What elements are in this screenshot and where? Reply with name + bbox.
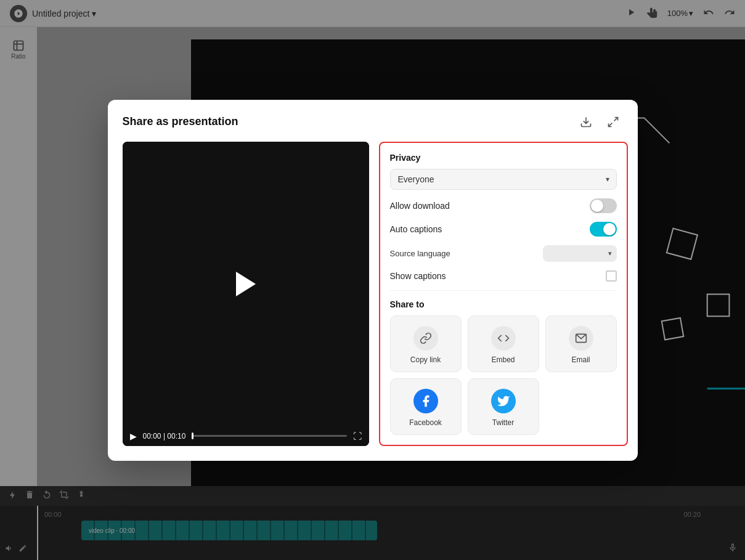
auto-captions-row: Auto captions: [390, 222, 617, 237]
vc-progress-bar[interactable]: [192, 435, 346, 437]
email-label: Email: [571, 355, 590, 364]
video-controls: ▶ 00:00 | 00:10 ⛶: [123, 426, 369, 446]
modal-body: ▶ 00:00 | 00:10 ⛶ Privacy: [108, 142, 638, 461]
video-preview: ▶ 00:00 | 00:10 ⛶: [123, 142, 369, 446]
video-area: [123, 142, 369, 426]
share-embed[interactable]: Embed: [468, 315, 539, 372]
allow-download-row: Allow download: [390, 198, 617, 213]
source-language-select[interactable]: [543, 245, 617, 262]
allow-download-label: Allow download: [390, 201, 450, 211]
show-captions-checkbox[interactable]: [606, 270, 617, 282]
modal-header-icons: [576, 112, 623, 132]
privacy-label: Privacy: [390, 153, 617, 163]
share-modal: Share as presentation ▶ 00:: [108, 100, 638, 461]
allow-download-toggle[interactable]: [590, 198, 617, 213]
modal-title: Share as presentation: [123, 115, 238, 128]
share-copy-link[interactable]: Copy link: [390, 315, 462, 372]
source-language-wrapper: ▾: [543, 245, 617, 262]
share-placeholder: [545, 378, 617, 435]
source-language-label: Source language: [390, 249, 450, 258]
share-email[interactable]: Email: [545, 315, 617, 372]
download-button[interactable]: [576, 112, 596, 132]
modal-header: Share as presentation: [108, 100, 638, 142]
privacy-select-wrapper: Everyone ▾: [390, 169, 617, 190]
source-language-row: Source language ▾: [390, 245, 617, 262]
twitter-icon: [491, 389, 516, 413]
svg-line-10: [608, 123, 612, 126]
embed-label: Embed: [491, 355, 515, 364]
auto-captions-label: Auto captions: [390, 224, 442, 234]
vc-fullscreen-icon[interactable]: ⛶: [353, 431, 362, 441]
facebook-icon: [413, 389, 438, 413]
share-grid-row1: Copy link Embed Email: [390, 315, 617, 372]
copy-link-icon: [413, 326, 438, 351]
facebook-label: Facebook: [409, 418, 442, 427]
svg-line-9: [614, 117, 617, 121]
auto-captions-toggle[interactable]: [590, 222, 617, 237]
divider: [390, 290, 617, 291]
vc-time: 00:00 | 00:10: [143, 432, 186, 440]
privacy-select[interactable]: Everyone: [390, 169, 617, 190]
show-captions-row: Show captions: [390, 270, 617, 282]
copy-link-label: Copy link: [410, 355, 441, 364]
share-twitter[interactable]: Twitter: [468, 378, 539, 435]
show-captions-label: Show captions: [390, 271, 446, 281]
twitter-label: Twitter: [492, 418, 514, 427]
modal-overlay: Share as presentation ▶ 00:: [0, 0, 745, 560]
share-facebook[interactable]: Facebook: [390, 378, 462, 435]
email-icon: [569, 326, 593, 351]
share-to-label: Share to: [390, 299, 617, 309]
share-grid-row2: Facebook Twitter: [390, 378, 617, 435]
video-play-button[interactable]: [236, 272, 256, 296]
fullscreen-button[interactable]: [603, 112, 623, 132]
embed-icon: [491, 326, 516, 351]
settings-panel: Privacy Everyone ▾ Allow download Au: [379, 142, 628, 446]
vc-play-icon[interactable]: ▶: [130, 431, 137, 441]
